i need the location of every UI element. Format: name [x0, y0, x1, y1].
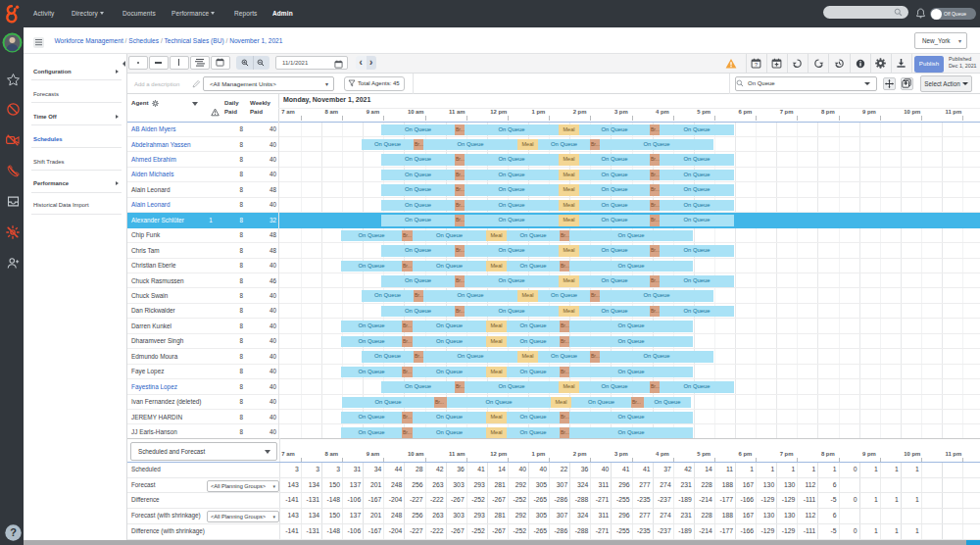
svg-text:?: ?	[755, 62, 758, 68]
svg-text:?: ?	[10, 526, 17, 538]
